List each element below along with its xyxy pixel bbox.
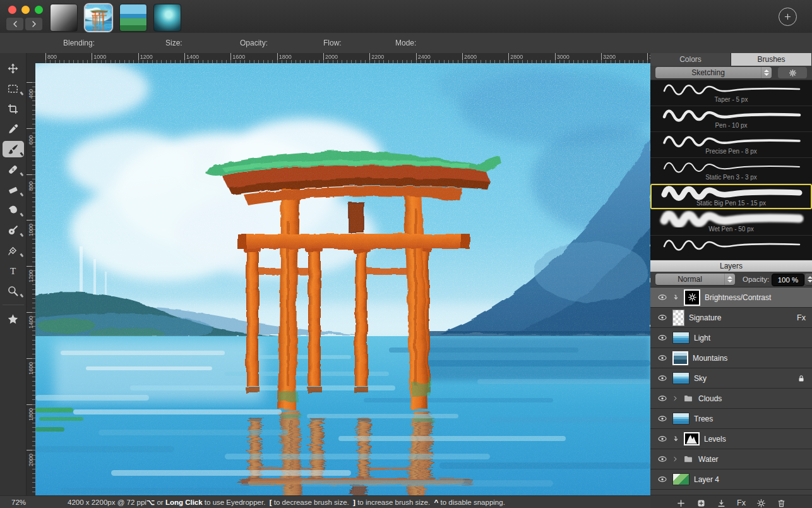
brush-Static Pen 3 - 3 px[interactable]: Static Pen 3 - 3 px	[650, 158, 812, 184]
canvas[interactable]	[35, 63, 650, 495]
brush-partial[interactable]	[650, 236, 812, 260]
brush-stroke-preview	[658, 236, 804, 253]
picker-tool[interactable]	[0, 119, 27, 139]
blending-label: Blending:	[63, 33, 95, 53]
brush-label: Taper - 5 px	[715, 96, 748, 103]
tab-colors[interactable]: Colors	[650, 53, 731, 66]
layer-row-water[interactable]: Water	[650, 449, 812, 469]
document-thumbnail-torii-painting[interactable]	[84, 3, 113, 32]
layer-thumbnail[interactable]	[672, 332, 690, 344]
status-bar: 72% 4200 x 2200px @ 72 ppi ⌥ or Long Cli…	[0, 495, 650, 508]
visibility-eye-icon[interactable]	[657, 454, 668, 464]
layer-row-clouds[interactable]: Clouds	[650, 389, 812, 409]
visibility-eye-icon[interactable]	[657, 353, 668, 363]
close-button[interactable]	[8, 6, 16, 14]
add-layer-button[interactable]	[676, 499, 686, 508]
layer-row-partial[interactable]	[650, 490, 812, 495]
fx-badge[interactable]: Fx	[797, 313, 806, 322]
histogram-icon	[685, 433, 698, 444]
star-tool[interactable]	[0, 309, 27, 329]
layer-row-trees[interactable]: Trees	[650, 409, 812, 429]
plus-icon	[784, 13, 792, 21]
forward-button[interactable]	[25, 18, 42, 30]
tools-panel	[0, 53, 27, 495]
text-tool[interactable]	[0, 260, 27, 281]
layer-thumbnail[interactable]	[672, 372, 690, 384]
adjustments-button[interactable]	[756, 499, 766, 508]
expand-chevron-icon[interactable]	[672, 456, 678, 462]
new-document-button[interactable]	[779, 8, 797, 26]
ruler-label: 2000	[28, 454, 34, 466]
brush-Taper - 5 px[interactable]: Taper - 5 px	[650, 80, 812, 106]
brush-Static Big Pen 15 - 15 px[interactable]: Static Big Pen 15 - 15 px	[650, 184, 812, 210]
levels-thumbnail[interactable]	[684, 432, 700, 445]
ruler-label: 2200	[371, 54, 384, 60]
tab-brushes[interactable]: Brushes	[731, 53, 812, 66]
brush-tool[interactable]	[0, 139, 27, 159]
add-pixel-layer-button[interactable]	[696, 499, 706, 508]
zoom-button[interactable]	[35, 6, 43, 14]
marquee-tool[interactable]	[0, 78, 27, 99]
visibility-eye-icon[interactable]	[657, 434, 668, 444]
transparent-thumbnail[interactable]	[672, 310, 684, 326]
layer-row-mountains[interactable]: Mountains	[650, 348, 812, 368]
delete-layer-button[interactable]	[777, 499, 786, 508]
ruler-label: 1200	[28, 270, 34, 282]
layer-row-layer-4[interactable]: Layer 4	[650, 469, 812, 490]
eraser-tool[interactable]	[0, 179, 27, 200]
brush-Pen - 10 px[interactable]: Pen - 10 px	[650, 106, 812, 132]
smudge-icon	[7, 204, 19, 216]
minimize-button[interactable]	[21, 6, 30, 14]
layer-row-sky[interactable]: Sky	[650, 368, 812, 389]
right-panel: ColorsBrushes Sketching Taper - 5 px Pen…	[650, 53, 812, 508]
document-thumbnail-landscape[interactable]	[119, 4, 147, 32]
layer-thumbnail[interactable]	[672, 351, 688, 365]
expand-chevron-icon[interactable]	[672, 396, 678, 401]
ruler-vertical[interactable]: 4006008001000120014001600180020002200	[27, 63, 36, 495]
merge-layer-button[interactable]	[717, 499, 726, 508]
document-thumbnail-photo-bw[interactable]	[50, 4, 78, 32]
layer-row-levels[interactable]: Levels	[650, 429, 812, 449]
visibility-eye-icon[interactable]	[657, 414, 668, 423]
warp-tool[interactable]	[0, 240, 27, 260]
layer-row-brightness-contrast[interactable]: Brightness/Contrast	[650, 287, 812, 308]
document-thumbnail-cave[interactable]	[153, 4, 181, 32]
chevron-right-icon	[30, 20, 38, 28]
layer-thumbnail[interactable]	[672, 473, 690, 485]
layer-row-light[interactable]: Light	[650, 328, 812, 348]
layer-blend-dropdown[interactable]: Normal	[655, 274, 735, 285]
clone-tool[interactable]	[0, 220, 27, 240]
layer-opacity-field[interactable]: 100 %	[772, 274, 804, 286]
visibility-eye-icon[interactable]	[657, 373, 668, 383]
zoom-icon	[7, 285, 19, 297]
visibility-eye-icon[interactable]	[657, 313, 668, 322]
crop-tool[interactable]	[0, 99, 27, 119]
brush-Precise Pen - 8 px[interactable]: Precise Pen - 8 px	[650, 132, 812, 158]
brush-stroke-preview	[658, 81, 804, 98]
brush-settings-button[interactable]	[778, 67, 807, 78]
ruler-label: 1600	[232, 54, 245, 60]
ruler-horizontal[interactable]: 8001000120014001600180020002200240026002…	[35, 53, 650, 64]
layer-opacity-stepper[interactable]	[805, 274, 812, 285]
layer-effects-button[interactable]: Fx	[737, 499, 746, 507]
back-button[interactable]	[6, 18, 23, 30]
layer-thumbnail[interactable]	[672, 413, 690, 425]
healing-tool[interactable]	[0, 159, 27, 179]
visibility-eye-icon[interactable]	[657, 394, 668, 403]
brush-category-dropdown[interactable]: Sketching	[655, 67, 772, 78]
move-icon	[7, 63, 19, 75]
zoom-tool[interactable]	[0, 281, 27, 301]
smudge-tool[interactable]	[0, 200, 27, 220]
move-tool[interactable]	[0, 58, 27, 78]
brush-Wet Pen - 50 px[interactable]: Wet Pen - 50 px	[650, 210, 812, 236]
layer-name: Trees	[694, 414, 713, 423]
visibility-eye-icon[interactable]	[657, 475, 668, 484]
lock-icon[interactable]	[797, 374, 806, 383]
layer-row-signature[interactable]: SignatureFx	[650, 308, 812, 328]
mode-label: Mode:	[395, 33, 416, 53]
ruler-label: 1600	[28, 362, 34, 375]
visibility-eye-icon[interactable]	[657, 333, 668, 342]
ruler-label: 2400	[418, 54, 431, 60]
brightness-contrast-thumbnail[interactable]	[684, 289, 700, 306]
visibility-eye-icon[interactable]	[657, 293, 668, 302]
